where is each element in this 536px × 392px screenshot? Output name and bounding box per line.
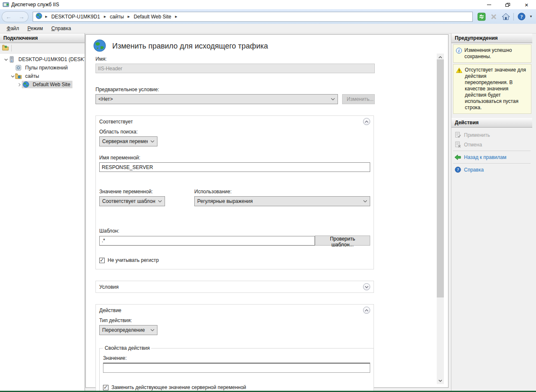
variable-name-input[interactable] bbox=[99, 162, 370, 172]
pattern-input[interactable] bbox=[99, 236, 315, 246]
value-input[interactable] bbox=[103, 363, 370, 373]
tree-label-server: DESKTOP-U1MK9D1 (DESKTOP bbox=[17, 56, 85, 63]
tree-item-default-web-site[interactable]: Default Web Site bbox=[0, 80, 85, 89]
expand-section-icon[interactable] bbox=[363, 283, 370, 290]
name-label: Имя: bbox=[95, 56, 375, 62]
close-button[interactable]: × bbox=[517, 0, 536, 9]
menu-bar: Файл Режим Справка bbox=[0, 24, 536, 33]
svg-text:i: i bbox=[459, 49, 460, 53]
action-properties-legend: Свойства действия bbox=[103, 345, 151, 351]
vertical-scrollbar[interactable] bbox=[437, 54, 444, 384]
connections-header: Подключения bbox=[0, 33, 85, 43]
scope-select[interactable]: Серверная переменн bbox=[99, 136, 157, 146]
match-section-title: Соответствует bbox=[99, 119, 363, 125]
tree-item-server[interactable]: DESKTOP-U1MK9D1 (DESKTOP bbox=[0, 55, 85, 64]
tree-item-app-pools[interactable]: Пулы приложений bbox=[0, 64, 85, 72]
cancel-action: Отмена bbox=[451, 140, 532, 149]
collapse-section-icon[interactable] bbox=[363, 307, 370, 314]
title-bar: Диспетчер служб IIS × bbox=[0, 0, 536, 9]
menu-file[interactable]: Файл bbox=[3, 24, 23, 33]
menu-view[interactable]: Режим bbox=[24, 24, 46, 33]
using-select[interactable]: Регулярные выражения bbox=[194, 196, 370, 206]
help-dropdown-icon[interactable]: ▼ bbox=[529, 15, 533, 18]
help-label: Справка bbox=[464, 167, 484, 173]
scrollbar-thumb[interactable] bbox=[437, 59, 444, 297]
actions-list: Применить Отмена Назад к правилам ? bbox=[451, 128, 532, 174]
feature-page: Изменить правило для исходящего трафика … bbox=[85, 34, 448, 388]
precondition-select[interactable]: <Нет> bbox=[95, 94, 338, 104]
conditions-section: Условия bbox=[95, 281, 374, 293]
test-pattern-button[interactable]: Проверить шаблон... bbox=[315, 236, 370, 246]
back-icon[interactable]: ← bbox=[6, 14, 12, 20]
tree-item-sites[interactable]: сайты bbox=[0, 72, 85, 80]
ignore-case-checkbox[interactable] bbox=[99, 258, 105, 263]
minimize-button[interactable] bbox=[479, 0, 498, 9]
home-icon[interactable] bbox=[501, 12, 510, 21]
site-globe-icon bbox=[23, 81, 30, 88]
forward-icon[interactable]: → bbox=[19, 14, 25, 20]
expand-icon[interactable] bbox=[17, 83, 22, 87]
back-to-rules-action[interactable]: Назад к правилам bbox=[451, 152, 532, 162]
connections-toolbar bbox=[0, 43, 85, 54]
warnings-header: Предупреждения bbox=[451, 33, 532, 43]
help-icon[interactable]: ? bbox=[517, 12, 526, 21]
replace-value-checkbox[interactable] bbox=[103, 385, 108, 390]
actions-separator bbox=[453, 163, 531, 164]
collapse-section-icon[interactable] bbox=[363, 118, 370, 125]
action-type-value: Переопределение bbox=[102, 327, 148, 333]
svg-text:?: ? bbox=[520, 14, 523, 20]
match-section: Соответствует Область поиска: Серверная … bbox=[95, 115, 374, 269]
warning-alert-text: Отсутствует значение для действия переоп… bbox=[465, 67, 529, 111]
help-circle-icon: ? bbox=[454, 167, 461, 173]
match-section-header[interactable]: Соответствует bbox=[96, 116, 374, 127]
apply-action: Применить bbox=[451, 130, 532, 140]
apply-icon bbox=[454, 132, 461, 138]
iis-app-icon bbox=[3, 1, 9, 8]
info-icon: i bbox=[456, 48, 462, 60]
scope-value: Серверная переменн bbox=[102, 138, 148, 144]
cancel-icon bbox=[454, 141, 461, 148]
back-to-rules-label: Назад к правилам bbox=[464, 154, 506, 160]
scroll-down-icon[interactable] bbox=[437, 377, 444, 384]
precondition-label: Предварительное условие: bbox=[95, 87, 375, 92]
breadcrumb[interactable]: ▶ DESKTOP-U1MK9D1 ▶ сайты ▶ Default Web … bbox=[33, 12, 473, 22]
variable-value-label: Значение переменной: bbox=[99, 189, 165, 195]
server-icon bbox=[8, 56, 15, 63]
page-globe-icon bbox=[93, 39, 106, 54]
window-title: Диспетчер служб IIS bbox=[11, 2, 59, 8]
action-type-select[interactable]: Переопределение bbox=[99, 325, 157, 335]
menu-help[interactable]: Справка bbox=[48, 24, 75, 33]
breadcrumb-item-default-web-site[interactable]: Default Web Site bbox=[133, 14, 172, 20]
breadcrumb-item-sites[interactable]: сайты bbox=[109, 14, 125, 20]
using-value: Регулярные выражения bbox=[197, 198, 361, 204]
restore-button[interactable] bbox=[498, 0, 517, 9]
variable-value-select[interactable]: Соответствует шаблону bbox=[99, 196, 165, 206]
globe-icon bbox=[36, 13, 42, 20]
breadcrumb-separator-icon: ▶ bbox=[174, 15, 178, 18]
breadcrumb-separator-icon: ▶ bbox=[44, 15, 49, 18]
pattern-label: Шаблон: bbox=[99, 228, 370, 234]
precondition-value: <Нет> bbox=[98, 96, 328, 102]
edit-precondition-button: Изменить... bbox=[342, 94, 375, 104]
breadcrumb-item-server[interactable]: DESKTOP-U1MK9D1 bbox=[50, 14, 100, 20]
refresh-icon[interactable] bbox=[477, 12, 486, 21]
variable-value-value: Соответствует шаблону bbox=[102, 198, 155, 204]
chevron-down-icon bbox=[363, 200, 367, 202]
tree-label-app-pools: Пулы приложений bbox=[24, 64, 69, 71]
action-section-header[interactable]: Действие bbox=[96, 305, 374, 316]
action-section-title: Действие bbox=[99, 307, 363, 313]
breadcrumb-separator-icon: ▶ bbox=[126, 15, 131, 18]
using-label: Использование: bbox=[194, 189, 370, 195]
toolbar-separator bbox=[11, 45, 12, 51]
connections-tree: DESKTOP-U1MK9D1 (DESKTOP Пулы приложений… bbox=[0, 54, 85, 392]
info-alert-text: Изменения успешно сохранены. bbox=[464, 47, 529, 60]
action-type-label: Тип действия: bbox=[99, 318, 370, 323]
help-action[interactable]: ? Справка bbox=[451, 165, 532, 174]
collapse-icon[interactable] bbox=[10, 74, 15, 78]
toolbar-separator bbox=[513, 13, 514, 20]
save-connection-icon[interactable] bbox=[2, 45, 9, 52]
cancel-label: Отмена bbox=[464, 142, 482, 148]
collapse-icon[interactable] bbox=[3, 58, 8, 61]
tree-label-sites: сайты bbox=[24, 73, 41, 79]
conditions-section-header[interactable]: Условия bbox=[96, 281, 374, 292]
